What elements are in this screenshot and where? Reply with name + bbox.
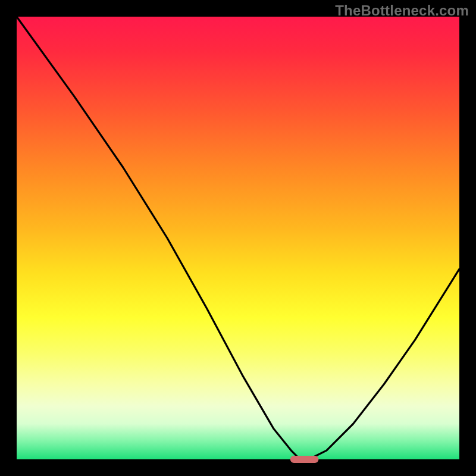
optimal-marker <box>290 456 319 463</box>
plot-area <box>17 17 459 459</box>
chart-svg <box>17 17 459 459</box>
bottleneck-curve <box>17 17 459 459</box>
chart-frame: TheBottleneck.com <box>0 0 476 476</box>
